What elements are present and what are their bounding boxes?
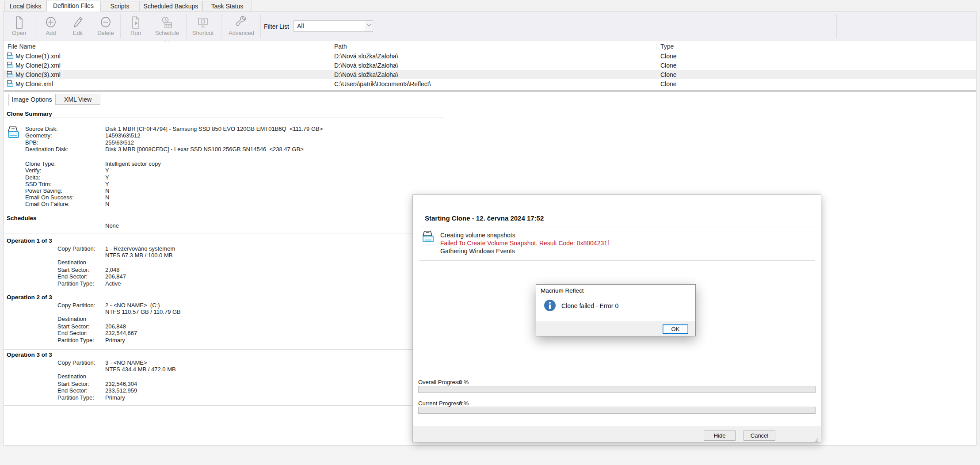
run-button[interactable]: Run xyxy=(122,13,150,40)
filter-list-dropdown[interactable]: All xyxy=(294,20,373,32)
tab-scheduled-backups[interactable]: Scheduled Backups xyxy=(139,1,202,11)
run-document-icon xyxy=(122,13,150,30)
add-circle-icon xyxy=(37,13,65,30)
clone-disk-icon xyxy=(421,230,435,247)
log-line: Creating volume snapshots xyxy=(440,232,515,239)
schedule-button[interactable]: Schedule xyxy=(153,13,181,40)
shortcut-monitor-icon xyxy=(189,13,217,30)
toolbar: Open Add Edit Delete Run xyxy=(4,11,976,41)
definition-file-icon xyxy=(7,52,14,61)
hide-button[interactable]: Hide xyxy=(704,431,736,441)
current-progress-bar xyxy=(418,407,816,414)
column-header-file-name[interactable]: File Name xyxy=(8,43,36,50)
tab-scripts[interactable]: Scripts xyxy=(100,1,139,11)
filter-list-label: Filter List xyxy=(264,23,289,30)
desktop-background xyxy=(0,446,980,465)
operation-title: Operation 3 of 3 xyxy=(7,351,52,358)
clone-summary-title: Clone Summary xyxy=(7,111,52,117)
operation-title: Operation 2 of 3 xyxy=(7,294,52,301)
tab-local-disks[interactable]: Local Disks xyxy=(4,1,46,11)
column-header-type[interactable]: Type xyxy=(660,43,674,50)
toolbar-separator xyxy=(186,14,187,38)
file-row[interactable]: My Clone(1).xml D:\Nová složka\Zaloha\ C… xyxy=(4,51,976,61)
cancel-button[interactable]: Cancel xyxy=(744,431,775,441)
overall-progress-bar xyxy=(418,386,816,393)
toolbar-separator xyxy=(836,14,837,38)
file-list-header: File Name Path Type xyxy=(4,42,976,51)
add-button[interactable]: Add xyxy=(37,13,65,40)
log-line: Gathering Windows Events xyxy=(440,248,515,255)
tab-xml-view[interactable]: XML View xyxy=(55,94,100,105)
column-header-path[interactable]: Path xyxy=(334,43,347,50)
schedule-clock-icon xyxy=(153,13,181,30)
tab-definition-files[interactable]: Definition Files xyxy=(46,0,100,11)
advanced-wrench-icon xyxy=(227,13,255,30)
ok-button[interactable]: OK xyxy=(663,324,688,334)
chevron-down-icon xyxy=(367,21,371,30)
toolbar-separator xyxy=(35,14,35,38)
schedules-title: Schedules xyxy=(7,215,37,221)
clone-disk-icon xyxy=(7,126,20,142)
definition-file-icon xyxy=(7,61,14,70)
current-progress-value: 0 % xyxy=(459,400,469,407)
advanced-button[interactable]: Advanced xyxy=(227,13,255,40)
log-line-error: Failed To Create Volume Snapshot. Result… xyxy=(440,240,609,247)
toolbar-separator xyxy=(120,14,121,38)
delete-circle-icon xyxy=(92,13,120,30)
tab-task-status[interactable]: Task Status xyxy=(202,1,252,11)
overall-progress-value: 0 % xyxy=(459,379,469,385)
pane-splitter[interactable] xyxy=(4,90,976,92)
schedules-value: None xyxy=(105,222,119,229)
toolbar-separator xyxy=(221,14,221,38)
file-row[interactable]: My Clone.xml C:\Users\patrik\Documents\R… xyxy=(4,79,976,88)
edit-pencil-icon xyxy=(64,13,92,30)
message-box-text: Clone failed - Error 0 xyxy=(561,302,618,309)
shortcut-button[interactable]: Shortcut xyxy=(189,13,217,40)
dropdown-arrow-button[interactable] xyxy=(365,21,373,31)
definition-file-icon xyxy=(7,80,14,89)
clone-failed-message-box: Macrium Reflect Clone failed - Error 0 O… xyxy=(536,284,696,336)
resize-grip[interactable] xyxy=(814,436,819,440)
tab-image-options[interactable]: Image Options xyxy=(8,94,55,106)
message-box-title: Macrium Reflect xyxy=(541,287,584,294)
current-progress-label: Current Progress: xyxy=(418,400,464,407)
info-icon xyxy=(544,299,556,313)
edit-button[interactable]: Edit xyxy=(64,13,92,40)
file-row[interactable]: My Clone(2).xml D:\Nová složka\Zaloha\ C… xyxy=(4,61,976,70)
definition-file-icon xyxy=(7,71,14,80)
open-button[interactable]: Open xyxy=(5,13,33,40)
dialog-title: Starting Clone - 12. června 2024 17:52 xyxy=(425,214,544,222)
file-row-selected[interactable]: My Clone(3).xml D:\Nová složka\Zaloha\ C… xyxy=(4,70,976,79)
toolbar-separator xyxy=(260,14,261,38)
delete-button[interactable]: Delete xyxy=(92,13,120,40)
macrium-reflect-app: Local Disks Definition Files Scripts Sch… xyxy=(0,0,980,465)
open-document-icon xyxy=(5,13,33,30)
operation-title: Operation 1 of 3 xyxy=(7,237,52,244)
overall-progress-label: Overall Progress: xyxy=(418,379,462,385)
